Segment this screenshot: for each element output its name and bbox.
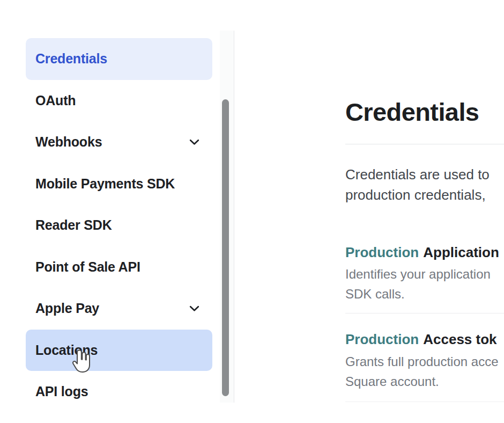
sidebar-nav: CredentialsOAuthWebhooksMobile Payments …: [26, 38, 212, 413]
intro-line: production credentials,: [345, 185, 490, 205]
section-divider: [345, 402, 504, 402]
production-badge: Production: [345, 244, 419, 261]
sidebar-item-credentials[interactable]: Credentials: [26, 38, 212, 80]
section-title: Access tok: [423, 331, 496, 348]
sidebar-item-label: Credentials: [35, 51, 107, 67]
sidebar-item-label: Webhooks: [35, 134, 102, 150]
section-description-line: Square account.: [345, 371, 498, 391]
section-title: Application: [423, 244, 499, 261]
section-description: Identifies your application SDK calls.: [345, 264, 491, 304]
chevron-down-icon: [189, 139, 199, 145]
section-heading-access-token: Production Access tok: [345, 331, 497, 348]
section-description-line: SDK calls.: [345, 284, 491, 304]
sidebar-item-label: API logs: [35, 384, 88, 399]
sidebar-item-reader-sdk[interactable]: Reader SDK: [26, 205, 212, 246]
sidebar-item-label: Point of Sale API: [35, 259, 140, 275]
production-badge: Production: [345, 331, 419, 348]
chevron-down-icon: [189, 305, 199, 312]
sidebar-item-label: Locations: [35, 342, 98, 358]
page-title: Credentials: [345, 98, 479, 126]
section-description: Grants full production acce Square accou…: [345, 352, 498, 391]
sidebar-item-webhooks[interactable]: Webhooks: [26, 121, 212, 163]
title-divider: [345, 144, 504, 144]
intro-line: Credentials are used to: [345, 164, 490, 185]
sidebar-item-locations[interactable]: Locations: [26, 330, 212, 371]
sidebar-item-point-of-sale-api[interactable]: Point of Sale API: [26, 246, 212, 288]
sidebar-scrollbar-thumb[interactable]: [222, 99, 229, 396]
sidebar-item-oauth[interactable]: OAuth: [26, 80, 212, 122]
sidebar-divider: [234, 31, 234, 403]
section-heading-application-id: Production Application: [345, 244, 499, 261]
intro-paragraph: Credentials are used to production crede…: [345, 164, 490, 205]
sidebar-item-label: Reader SDK: [35, 217, 112, 233]
section-description-line: Identifies your application: [345, 264, 491, 284]
sidebar-item-label: OAuth: [35, 93, 76, 108]
sidebar-item-mobile-payments-sdk[interactable]: Mobile Payments SDK: [26, 163, 212, 205]
sidebar-item-apple-pay[interactable]: Apple Pay: [26, 288, 212, 330]
section-description-line: Grants full production acce: [345, 352, 498, 371]
sidebar-item-api-logs[interactable]: API logs: [26, 371, 212, 413]
sidebar-item-label: Mobile Payments SDK: [35, 176, 175, 192]
sidebar-item-label: Apple Pay: [35, 301, 99, 316]
section-divider: [345, 313, 504, 313]
